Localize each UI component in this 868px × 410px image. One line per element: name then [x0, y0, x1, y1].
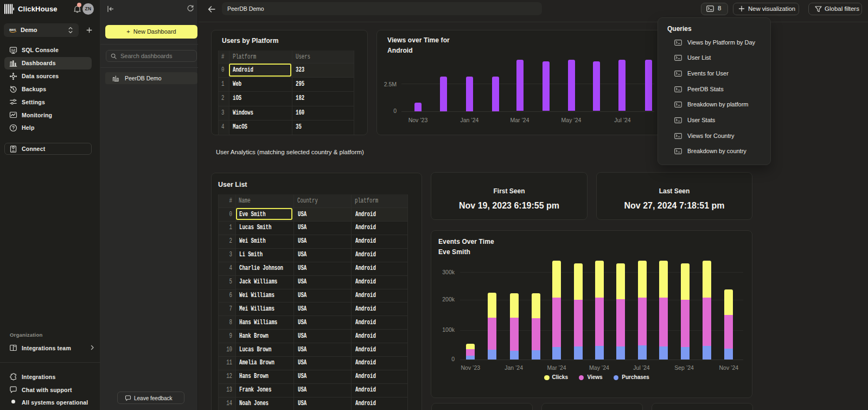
svg-text:aws: aws	[9, 28, 16, 31]
